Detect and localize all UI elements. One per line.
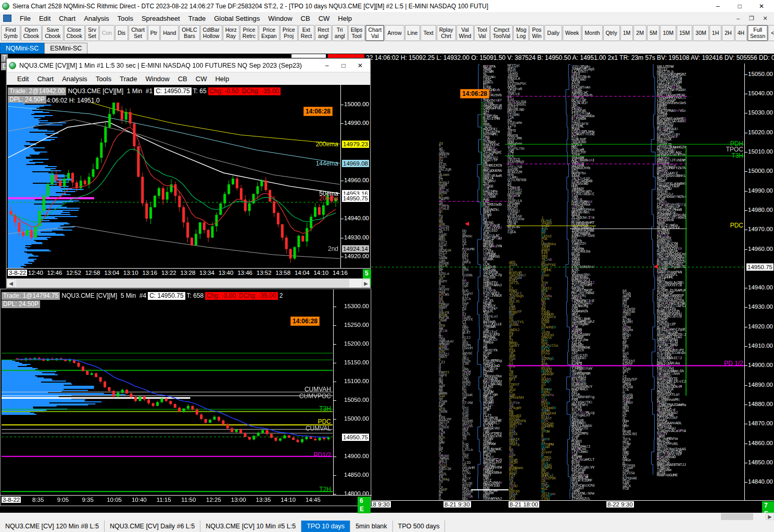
tpo-hscrollbar[interactable]: ▶ [0,513,774,521]
toolbar-button-price-retrc[interactable]: Price Retrc [240,25,258,41]
menu-trade[interactable]: Trade [184,13,210,24]
menu-cw[interactable]: CW [314,13,334,24]
tpo-plot[interactable] [367,64,744,501]
mdi-close-icon[interactable]: ✕ [760,15,770,22]
chart1-title-bar[interactable]: NQU3.CME [CV][M] 1 Min #1 L:5 30 sec | E… [7,59,370,72]
chart1-menu-tools[interactable]: Tools [92,73,116,84]
toolbar-button-find-symb[interactable]: Find Symb [1,25,20,41]
menu-spreadsheet[interactable]: Spreadsheet [137,13,184,24]
mdi-minimize-icon[interactable]: – [733,15,743,22]
toolbar-button-<[interactable]: < [768,25,774,41]
toolbar-button-5m[interactable]: 5M [647,25,660,41]
toolbar-button-2m[interactable]: 2M [633,25,646,41]
toolbar-button-price-expan[interactable]: Price Expan [259,25,280,41]
toolbar-button-val-wind[interactable]: Val Wind [456,25,474,41]
chart1-maximize-button[interactable]: □ [336,60,351,71]
toolbar-button-con[interactable]: Con [99,25,115,41]
sheet-tab-nqmini-sc[interactable]: NQMini-SC [0,43,44,54]
tpo-hscroll-thumb[interactable] [721,513,753,520]
toolbar-button-elips-tool[interactable]: Elips Tool [348,25,365,41]
toolbar-button-10m[interactable]: 10M [660,25,676,41]
chart1-close-button[interactable]: ✕ [352,60,368,71]
tpo-hscroll-right-icon[interactable]: ▶ [766,513,774,520]
toolbar-button-4h[interactable]: 4H [735,25,747,41]
chart1-menu-cw[interactable]: CW [192,73,211,84]
toolbar-button-line[interactable]: Line [405,25,421,41]
mdi-restore-icon[interactable]: ❐ [747,15,756,22]
chart1-minimize-button[interactable]: – [319,60,335,71]
mdi-child-icon [3,15,11,22]
toolbar-button-tri-angl[interactable]: Tri angl [332,25,348,41]
toolbar-button-30m[interactable]: 30M [693,25,708,41]
chart-tab-tpo-10-days[interactable]: TPO 10 days [301,521,350,532]
tpo-price-tick: 14900.00 [748,362,773,368]
toolbar-button-ptr[interactable]: Ptr [148,25,160,41]
toolbar-button-hand[interactable]: Hand [160,25,179,41]
toolbar-button-ohlc-bars[interactable]: OHLC Bars [179,25,199,41]
chart1-hscrollbar[interactable]: ◀ ▶ [7,278,370,288]
menu-file[interactable]: File [16,13,35,24]
toolbar-button-1h[interactable]: 1H [709,25,721,41]
menu-global-settings[interactable]: Global Settings [210,13,264,24]
chart1-menu-cb[interactable]: CB [174,73,192,84]
toolbar-button-chart-val[interactable]: Chart Val [365,25,384,41]
toolbar-button-cmpct-toolval[interactable]: Cmpct ToolVal [490,25,513,41]
toolbar-button-price-proj[interactable]: Price Proj [280,25,298,41]
toolbar-button-cdlbar-hollow[interactable]: CdlBar Hollow [200,25,222,41]
toolbar-button-week[interactable]: Week [563,25,582,41]
toolbar-button-1m[interactable]: 1M [620,25,633,41]
chart-tab-nqu3.cme-[cv]-10-min-#5-l:5[interactable]: NQU3.CME [CV] 10 Min #5 L:5 [200,521,301,532]
chart1-menu-help[interactable]: Help [211,73,233,84]
chart1-hscroll-right-icon[interactable]: ▶ [362,279,370,287]
toolbar-button-dis[interactable]: Dis [115,25,128,41]
tpo-label-pdh: PDH [730,140,743,147]
menu-window[interactable]: Window [264,13,296,24]
toolbar-button-ext-rect[interactable]: Ext Rect [298,25,315,41]
chart-tab-tpo-500-days[interactable]: TPO 500 days [393,521,446,532]
toolbar-button-save-cbook[interactable]: Save Cbook [42,25,63,41]
chart1-menu-chart[interactable]: Chart [33,73,58,84]
chart1-plot[interactable] [8,103,340,268]
toolbar-button-srv-set[interactable]: Srv Set [85,25,99,41]
toolbar-button-full-sessn[interactable]: Full Sessn [747,25,768,41]
toolbar-button-rplay-chrt[interactable]: Rplay Chrt [437,25,456,41]
toolbar-button-qtrly[interactable]: Qtrly [603,25,620,41]
maximize-button[interactable]: □ [729,1,750,11]
chart1-menu-trade[interactable]: Trade [116,73,141,84]
chart-tab-nqu3.cme-[cv]-120-min-#8-l:5[interactable]: NQU3.CME [CV] 120 Min #8 L:5 [0,521,105,532]
toolbar-button-daily[interactable]: Daily [544,25,562,41]
minimize-button[interactable]: – [707,1,728,11]
toolbar-button-month[interactable]: Month [582,25,602,41]
toolbar-button-msg-log[interactable]: Msg Log [513,25,529,41]
toolbar-button-15m[interactable]: 15M [677,25,692,41]
sheet-tab-esmini-sc[interactable]: ESMini-SC [44,43,87,54]
toolbar-button-text[interactable]: Text [421,25,436,41]
chart1-menu-edit[interactable]: Edit [13,73,33,84]
price-tick: 15000.00 [344,415,369,422]
chart-tab-nqu3.cme-[cv]-daily-#6-l:5[interactable]: NQU3.CME [CV] Daily #6 L:5 [105,521,200,532]
chart1-hscroll-left-icon[interactable]: ◀ [7,279,15,287]
tpo-axis-divider [367,500,774,501]
menu-chart[interactable]: Chart [55,13,80,24]
chart-tab-5min-blank[interactable]: 5min blank [350,521,392,532]
toolbar-button-arrow[interactable]: Arrow [385,25,404,41]
study-label-t3h: T3H [319,405,331,412]
toolbar-button-open-cbook[interactable]: Open Cbook [21,25,42,41]
menu-edit[interactable]: Edit [35,13,55,24]
toolbar-button-pos-win[interactable]: Pos Win [529,25,544,41]
menu-analysis[interactable]: Analysis [80,13,113,24]
chart1-menu-analysis[interactable]: Analysis [58,73,91,84]
menu-help[interactable]: Help [334,13,356,24]
chart2-plot[interactable] [2,307,333,495]
menu-tools[interactable]: Tools [113,13,137,24]
toolbar-button-2h[interactable]: 2H [722,25,734,41]
toolbar-button-tool-val[interactable]: Tool Val [474,25,489,41]
menu-cb[interactable]: CB [297,13,314,24]
toolbar-button-rect-angl[interactable]: Rect angl [315,25,332,41]
chart1-menu-window[interactable]: Window [141,73,173,84]
chart1-hscroll-thumb[interactable] [16,279,349,287]
toolbar-button-close-cbook[interactable]: Close Cbook [64,25,85,41]
toolbar-button-horz-ray[interactable]: Horz Ray [223,25,239,41]
close-button[interactable]: ✕ [751,1,772,11]
toolbar-button-chart-set[interactable]: Chart Set [129,25,147,41]
